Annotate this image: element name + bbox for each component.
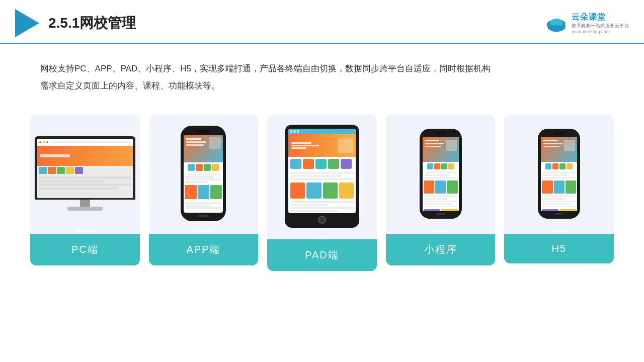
pc-image-area: [30, 115, 140, 230]
desc-line1: 网校支持PC、APP、PAD、小程序、H5，实现多端打通，产品各终端自由切换，数…: [40, 60, 604, 77]
mini-label: 小程序: [386, 234, 496, 265]
mini-image-area: [386, 115, 496, 230]
pc-label: PC端: [30, 234, 140, 265]
brand-domain: yunduoketang.com: [572, 29, 610, 34]
app-image-area: [149, 115, 259, 230]
logo-triangle-icon: [15, 9, 39, 37]
card-mini: 小程序: [386, 115, 496, 265]
svg-rect-4: [547, 25, 565, 29]
cloud-icon: [544, 14, 569, 32]
brand-name: 云朵课堂: [572, 12, 606, 23]
header-left: 2.5.1网校管理: [15, 9, 136, 37]
pad-image-area: [267, 115, 377, 236]
pad-label: PAD端: [267, 239, 377, 271]
desc-line2: 需求自定义页面上的内容、课程、功能模块等。: [40, 77, 604, 95]
h5-phone-icon: [538, 129, 580, 219]
h5-label: H5: [504, 234, 614, 263]
card-pad: PAD端: [267, 115, 377, 271]
card-h5: H5: [504, 115, 614, 263]
header: 2.5.1网校管理 云朵课堂 教育机构一站式服务云平台 yunduoketang…: [0, 0, 644, 44]
cards-area: PC端: [0, 105, 644, 281]
card-app: APP端: [149, 115, 259, 265]
page-title: 2.5.1网校管理: [48, 14, 136, 33]
app-label: APP端: [149, 234, 259, 265]
h5-image-area: [504, 115, 614, 230]
brand-tagline: 教育机构一站式服务云平台: [572, 23, 629, 29]
card-pc: PC端: [30, 115, 140, 265]
pad-tablet-icon: [285, 125, 359, 228]
description: 网校支持PC、APP、PAD、小程序、H5，实现多端打通，产品各终端自由切换，数…: [0, 44, 644, 105]
mini-phone-icon: [420, 129, 462, 219]
header-right: 云朵课堂 教育机构一站式服务云平台 yunduoketang.com: [544, 12, 629, 34]
brand-text: 云朵课堂 教育机构一站式服务云平台 yunduoketang.com: [572, 12, 629, 34]
cloud-logo: 云朵课堂 教育机构一站式服务云平台 yunduoketang.com: [544, 12, 629, 34]
pc-monitor-icon: [35, 136, 135, 211]
app-phone-icon: [181, 126, 226, 221]
